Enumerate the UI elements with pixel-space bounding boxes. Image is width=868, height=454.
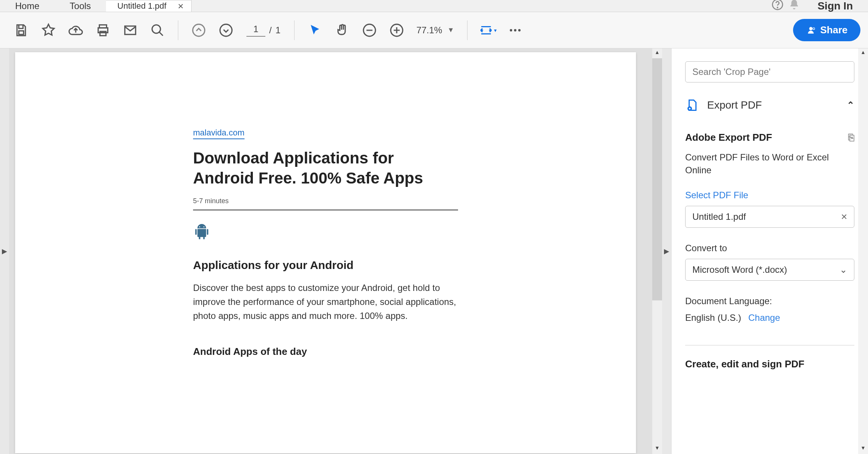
tab-tools[interactable]: Tools (55, 0, 106, 12)
svg-point-6 (152, 25, 161, 33)
notifications-icon[interactable] (786, 0, 803, 13)
svg-point-11 (510, 29, 512, 31)
source-link[interactable]: malavida.com (193, 128, 245, 139)
search-tools-input[interactable] (685, 61, 854, 82)
change-language-link[interactable]: Change (748, 313, 780, 323)
tab-home[interactable]: Home (0, 0, 55, 12)
help-icon[interactable] (769, 0, 786, 13)
svg-point-7 (193, 24, 205, 36)
scroll-down-icon[interactable]: ▾ (858, 444, 868, 454)
hand-tool-icon[interactable] (331, 19, 354, 42)
chevron-down-icon: ⌄ (840, 264, 847, 275)
read-time: 5-7 minutes (193, 197, 458, 210)
zoom-out-icon[interactable] (358, 19, 381, 42)
separator (178, 20, 178, 40)
export-section-title: Adobe Export PDF (685, 132, 772, 143)
convert-to-value: Microsoft Word (*.docx) (692, 264, 787, 275)
selected-file-box[interactable]: Untitled 1.pdf × (685, 206, 854, 228)
document-language-value: English (U.S.) (685, 313, 741, 323)
expand-right-panel-icon[interactable]: ▶ (664, 247, 669, 255)
export-pdf-label: Export PDF (707, 99, 847, 111)
tab-document[interactable]: Untitled 1.pdf × (106, 0, 192, 12)
more-tools-icon[interactable] (504, 19, 527, 42)
selected-file-name: Untitled 1.pdf (692, 211, 746, 222)
panel-scrollbar[interactable]: ▴ ▾ (858, 48, 868, 454)
chevron-up-icon: ⌃ (847, 100, 854, 110)
page-number-input[interactable] (246, 24, 265, 37)
scrollbar-thumb[interactable] (652, 58, 662, 300)
svg-point-1 (777, 7, 778, 8)
share-button[interactable]: Share (793, 19, 860, 41)
selection-tool-icon[interactable] (304, 19, 326, 42)
expand-left-panel-icon[interactable]: ▶ (2, 247, 7, 255)
clear-file-icon[interactable]: × (841, 211, 847, 223)
scroll-up-icon[interactable]: ▴ (652, 48, 662, 58)
divider (685, 345, 854, 345)
section-paragraph: Discover the best apps to customize your… (193, 281, 458, 323)
share-label: Share (820, 24, 848, 36)
subsection-heading: Android Apps of the day (193, 346, 458, 358)
fit-width-icon[interactable]: ▾ (477, 19, 499, 42)
tools-panel: Export PDF ⌃ Adobe Export PDF ⎘ Convert … (671, 48, 868, 454)
android-icon (193, 223, 210, 241)
zoom-in-icon[interactable] (385, 19, 408, 42)
cloud-upload-icon[interactable] (64, 19, 87, 42)
separator (294, 20, 295, 40)
document-title: Download Applications for Android Free. … (193, 148, 458, 188)
cloud-copy-icon[interactable]: ⎘ (848, 132, 854, 143)
svg-point-8 (220, 24, 232, 36)
separator (467, 20, 468, 40)
svg-point-13 (518, 29, 520, 31)
sign-in-button[interactable]: Sign In (803, 0, 868, 12)
zoom-dropdown[interactable]: 77.1% ▼ (416, 25, 454, 36)
export-description: Convert PDF Files to Word or Excel Onlin… (685, 151, 854, 176)
tab-document-title: Untitled 1.pdf (117, 1, 167, 11)
search-icon[interactable] (146, 19, 169, 42)
star-icon[interactable] (37, 19, 60, 42)
create-edit-sign-tool[interactable]: Create, edit and sign PDF (685, 358, 854, 370)
svg-point-15 (199, 226, 200, 227)
export-pdf-tool[interactable]: Export PDF ⌃ (685, 98, 854, 112)
export-pdf-icon (685, 98, 699, 112)
save-icon[interactable] (10, 19, 33, 42)
close-tab-icon[interactable]: × (178, 0, 184, 12)
page-up-icon[interactable] (187, 19, 210, 42)
select-file-label: Select PDF File (685, 190, 854, 201)
document-viewport[interactable]: malavida.com Download Applications for A… (9, 48, 662, 454)
svg-point-12 (514, 29, 516, 31)
convert-to-label: Convert to (685, 243, 854, 253)
email-icon[interactable] (119, 19, 142, 42)
scroll-down-icon[interactable]: ▾ (652, 444, 662, 454)
chevron-down-icon: ▼ (447, 26, 454, 34)
scroll-up-icon[interactable]: ▴ (858, 48, 868, 58)
print-icon[interactable] (92, 19, 114, 42)
pdf-page: malavida.com Download Applications for A… (15, 52, 636, 453)
zoom-value: 77.1% (416, 25, 442, 36)
page-down-icon[interactable] (215, 19, 237, 42)
convert-to-dropdown[interactable]: Microsoft Word (*.docx) ⌄ (685, 259, 854, 281)
svg-point-16 (203, 226, 204, 227)
svg-rect-2 (19, 31, 24, 34)
page-separator: / (269, 25, 272, 36)
document-scrollbar[interactable]: ▴ ▾ (652, 48, 662, 454)
page-total: 1 (276, 25, 281, 36)
document-language-label: Document Language: (685, 296, 854, 306)
share-person-icon (806, 25, 816, 35)
section-heading: Applications for your Android (193, 259, 458, 272)
